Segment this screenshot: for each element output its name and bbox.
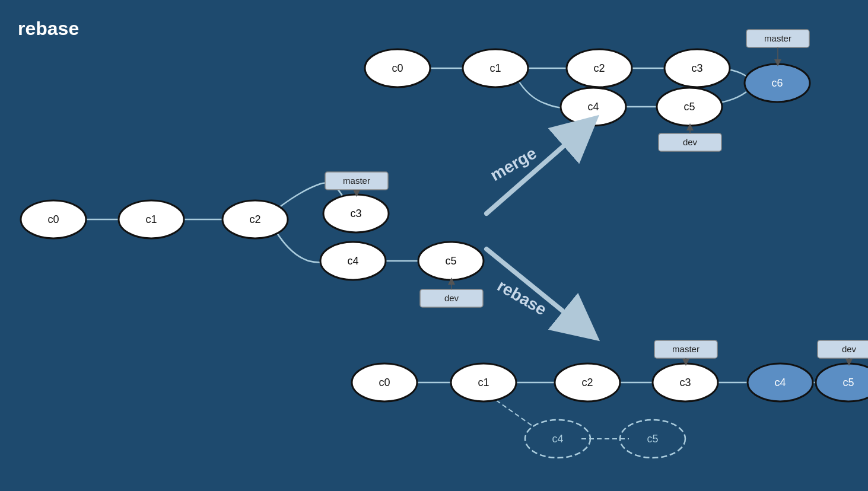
svg-text:c0: c0	[379, 377, 390, 388]
svg-text:c4: c4	[587, 101, 599, 113]
svg-text:c3: c3	[679, 377, 691, 388]
svg-text:merge: merge	[487, 144, 539, 184]
svg-text:c0: c0	[47, 213, 59, 225]
svg-text:c1: c1	[478, 377, 489, 388]
svg-text:c0: c0	[392, 62, 403, 74]
diagram-canvas: c0 c1 c2 c3 master c4 c5 dev c0 c1 c2 c3	[0, 0, 868, 491]
svg-text:dev: dev	[683, 137, 698, 147]
svg-text:c6: c6	[771, 77, 783, 89]
svg-text:c5: c5	[842, 377, 854, 388]
svg-text:dev: dev	[444, 293, 459, 303]
svg-text:master: master	[672, 344, 700, 354]
svg-text:c3: c3	[350, 208, 361, 219]
svg-text:c5: c5	[445, 255, 456, 267]
svg-text:c5: c5	[683, 101, 695, 113]
svg-text:c3: c3	[691, 62, 702, 74]
svg-point-62	[816, 364, 868, 401]
svg-text:c1: c1	[489, 62, 501, 74]
svg-text:c4: c4	[347, 255, 358, 267]
svg-text:c1: c1	[145, 213, 157, 225]
svg-text:master: master	[343, 176, 370, 186]
svg-text:rebase: rebase	[494, 276, 550, 319]
svg-text:c2: c2	[581, 377, 593, 388]
svg-text:master: master	[764, 33, 791, 43]
svg-text:c4: c4	[552, 433, 563, 445]
svg-text:dev: dev	[842, 344, 857, 354]
svg-text:c5: c5	[647, 433, 658, 445]
svg-text:c4: c4	[774, 377, 786, 388]
svg-text:c2: c2	[249, 213, 260, 225]
svg-text:c2: c2	[593, 62, 605, 74]
